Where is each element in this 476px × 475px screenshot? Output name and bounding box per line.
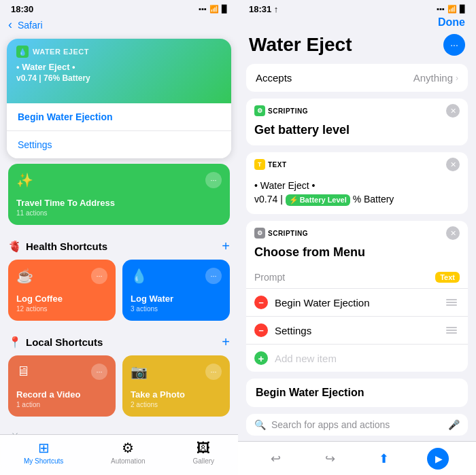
scripting-badge-label-1: SCRIPTING bbox=[268, 107, 308, 115]
accepts-row[interactable]: Accepts Anything › bbox=[246, 64, 468, 92]
health-label: Health Shortcuts bbox=[26, 241, 107, 252]
menu-badge: ⚙ SCRIPTING bbox=[254, 228, 308, 239]
play-button[interactable]: ▶ bbox=[427, 448, 449, 470]
scripting-card-1-close[interactable]: ✕ bbox=[446, 104, 460, 118]
video-icon: 🖥 bbox=[16, 364, 30, 379]
local-add-btn[interactable]: + bbox=[222, 334, 230, 350]
search-bar[interactable]: 🔍 Search for apps and actions 🎤 bbox=[246, 414, 468, 436]
signal-icon: ▪▪▪ bbox=[199, 5, 207, 13]
travel-card[interactable]: ✨ ··· Travel Time To Address 11 actions bbox=[8, 164, 230, 225]
health-grid: ☕··· Log Coffee12 actions 💧··· Log Water… bbox=[8, 260, 230, 321]
undo-button[interactable]: ↩ bbox=[265, 448, 287, 470]
local-grid: 🖥··· Record a Video1 action 📷··· Take a … bbox=[8, 355, 230, 417]
bottom-teaser-card: Begin Water Ejection bbox=[246, 379, 468, 407]
redo-button[interactable]: ↪ bbox=[319, 448, 341, 470]
text-badge-label: TEXT bbox=[268, 161, 287, 169]
scripting-badge-icon-1: ⚙ bbox=[254, 105, 265, 116]
log-water-card[interactable]: 💧··· Log Water3 actions bbox=[122, 260, 230, 321]
more-options-button[interactable]: ··· bbox=[443, 34, 465, 56]
mic-icon[interactable]: 🎤 bbox=[448, 419, 460, 430]
drag-line bbox=[446, 302, 457, 303]
menu-card-close[interactable]: ✕ bbox=[446, 226, 460, 240]
left-status-bar: 18:30 ▪▪▪ 📶 ▉ bbox=[0, 0, 238, 16]
coffee-more[interactable]: ··· bbox=[91, 268, 107, 284]
menu-item-begin-text: Begin Water Ejection bbox=[275, 297, 443, 309]
left-time: 18:30 bbox=[11, 4, 33, 14]
remove-begin-icon[interactable]: − bbox=[254, 296, 268, 309]
text-badge: T TEXT bbox=[254, 159, 287, 170]
add-new-item-row[interactable]: + Add new item bbox=[246, 344, 468, 372]
gallery-icon: 🖼 bbox=[197, 440, 210, 456]
back-arrow-icon[interactable]: ‹ bbox=[8, 18, 12, 32]
right-time: 18:31 ↑ bbox=[249, 4, 278, 14]
my-shortcuts-label: My Shortcuts bbox=[24, 457, 63, 465]
safari-label[interactable]: Safari bbox=[18, 20, 43, 31]
accepts-value: Anything › bbox=[413, 72, 458, 84]
left-status-icons: ▪▪▪ 📶 ▉ bbox=[199, 5, 227, 14]
accepts-value-text: Anything bbox=[413, 72, 453, 84]
travel-card-name: Travel Time To Address bbox=[16, 198, 222, 208]
drag-handle-begin[interactable] bbox=[443, 296, 460, 309]
menu-item-begin[interactable]: − Begin Water Ejection bbox=[246, 288, 468, 316]
photo-more[interactable]: ··· bbox=[205, 364, 222, 380]
health-section-title: 🫀 Health Shortcuts bbox=[8, 240, 107, 253]
local-icon: 📍 bbox=[8, 336, 22, 349]
notif-app-row: 💧 WATER EJECT bbox=[16, 46, 222, 58]
remove-settings-icon[interactable]: − bbox=[254, 323, 268, 337]
water-more[interactable]: ··· bbox=[205, 268, 222, 284]
log-coffee-card[interactable]: ☕··· Log Coffee12 actions bbox=[8, 260, 116, 321]
right-header: Water Eject ··· bbox=[238, 34, 476, 64]
drag-line bbox=[446, 332, 457, 334]
water-name: Log Water bbox=[131, 294, 222, 304]
text-card-header: T TEXT ✕ bbox=[246, 152, 468, 174]
tab-gallery[interactable]: 🖼 Gallery bbox=[192, 440, 214, 465]
menu-card-header: ⚙ SCRIPTING ✕ bbox=[246, 221, 468, 243]
menu-item-settings[interactable]: − Settings bbox=[246, 316, 468, 344]
photo-actions: 2 actions bbox=[131, 401, 222, 408]
travel-card-actions: 11 actions bbox=[16, 209, 222, 217]
travel-more-btn[interactable]: ··· bbox=[205, 172, 222, 188]
notif-app-icon: 💧 bbox=[16, 46, 29, 58]
record-video-card[interactable]: 🖥··· Record a Video1 action bbox=[8, 355, 116, 417]
notification-header: 💧 WATER EJECT • Water Eject • v0.74 | 76… bbox=[7, 39, 231, 103]
health-add-btn[interactable]: + bbox=[222, 239, 230, 254]
text-line2-prefix: v0.74 | bbox=[254, 194, 286, 205]
appletv-section-header: 📺 Apple TV Shortcuts + bbox=[8, 423, 230, 434]
text-card-close[interactable]: ✕ bbox=[446, 158, 460, 171]
drag-line bbox=[446, 299, 457, 300]
text-line-2: v0.74 | ⚡ Battery Level % Battery bbox=[254, 193, 460, 207]
water-icon: 💧 bbox=[131, 268, 148, 284]
left-panel: 18:30 ▪▪▪ 📶 ▉ ‹ Safari 💧 WATER EJECT • W… bbox=[0, 0, 238, 475]
share-button[interactable]: ⬆ bbox=[373, 448, 395, 470]
text-line-1: • Water Eject • bbox=[254, 179, 460, 193]
play-icon: ▶ bbox=[435, 453, 443, 464]
tab-automation[interactable]: ⚙ Automation bbox=[111, 440, 146, 465]
search-input[interactable]: Search for apps and actions bbox=[271, 419, 443, 430]
drag-handle-settings[interactable] bbox=[443, 324, 460, 336]
health-icon: 🫀 bbox=[8, 240, 22, 253]
done-button[interactable]: Done bbox=[438, 16, 465, 29]
prompt-text-pill[interactable]: Text bbox=[435, 272, 460, 283]
notif-action-settings[interactable]: Settings bbox=[7, 131, 231, 158]
wifi-icon: 📶 bbox=[209, 5, 219, 14]
travel-icon: ✨ bbox=[16, 172, 33, 188]
take-photo-card[interactable]: 📷··· Take a Photo2 actions bbox=[122, 355, 230, 417]
card-top: ✨ ··· bbox=[16, 172, 222, 188]
page-title: Water Eject bbox=[249, 34, 352, 56]
notif-action-begin[interactable]: Begin Water Ejection bbox=[7, 103, 231, 131]
menu-badge-label: SCRIPTING bbox=[268, 230, 308, 237]
local-section-title: 📍 Local Shortcuts bbox=[8, 336, 103, 349]
video-more[interactable]: ··· bbox=[91, 364, 107, 380]
notification-popup: 💧 WATER EJECT • Water Eject • v0.74 | 76… bbox=[7, 39, 231, 158]
battery-pill: ⚡ Battery Level bbox=[286, 194, 350, 206]
menu-badge-icon: ⚙ bbox=[254, 228, 265, 239]
automation-icon: ⚙ bbox=[122, 440, 134, 456]
add-item-icon[interactable]: + bbox=[254, 351, 268, 365]
my-shortcuts-icon: ⊞ bbox=[38, 440, 50, 456]
gallery-label: Gallery bbox=[192, 457, 214, 465]
tab-my-shortcuts[interactable]: ⊞ My Shortcuts bbox=[24, 440, 63, 465]
right-nav: Done bbox=[238, 16, 476, 34]
safari-header: ‹ Safari bbox=[0, 16, 238, 36]
right-status-bar: 18:31 ↑ ▪▪▪ 📶 ▉ bbox=[238, 0, 476, 16]
photo-name: Take a Photo bbox=[131, 389, 222, 400]
